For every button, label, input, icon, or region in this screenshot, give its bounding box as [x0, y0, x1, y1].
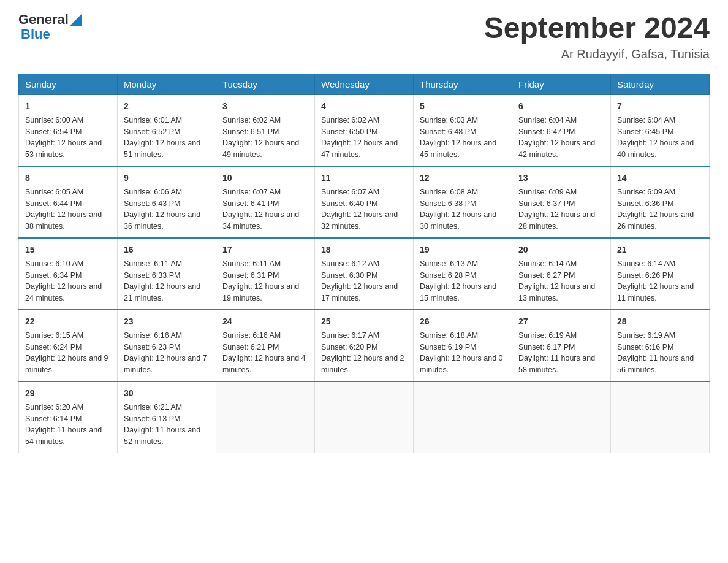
sunrise-info: Sunrise: 6:20 AM: [25, 403, 83, 412]
sunset-info: Sunset: 6:27 PM: [518, 271, 575, 280]
sunset-info: Sunset: 6:21 PM: [222, 343, 279, 351]
table-row: 24 Sunrise: 6:16 AM Sunset: 6:21 PM Dayl…: [216, 310, 315, 381]
sunset-info: Sunset: 6:14 PM: [25, 415, 82, 423]
sunset-info: Sunset: 6:36 PM: [617, 199, 673, 208]
daylight-info: Daylight: 12 hours and 0 minutes.: [420, 354, 503, 374]
month-title: September 2024: [484, 12, 710, 45]
table-row: 6 Sunrise: 6:04 AM Sunset: 6:47 PM Dayli…: [512, 94, 611, 166]
day-number: 25: [321, 315, 407, 328]
day-number: 19: [420, 243, 506, 256]
daylight-info: Daylight: 12 hours and 42 minutes.: [518, 139, 595, 159]
sunset-info: Sunset: 6:47 PM: [518, 128, 575, 136]
sunrise-info: Sunrise: 6:01 AM: [124, 116, 182, 124]
day-number: 9: [124, 172, 210, 185]
daylight-info: Daylight: 12 hours and 17 minutes.: [321, 282, 398, 302]
daylight-info: Daylight: 12 hours and 45 minutes.: [420, 139, 496, 159]
day-number: 1: [25, 100, 111, 113]
sunset-info: Sunset: 6:16 PM: [617, 343, 673, 351]
sunrise-info: Sunrise: 6:06 AM: [124, 188, 182, 196]
calendar-week-row: 22 Sunrise: 6:15 AM Sunset: 6:24 PM Dayl…: [19, 310, 710, 381]
day-number: 17: [222, 243, 308, 256]
day-number: 2: [124, 100, 210, 113]
sunrise-info: Sunrise: 6:21 AM: [124, 403, 182, 412]
table-row: 25 Sunrise: 6:17 AM Sunset: 6:20 PM Dayl…: [315, 310, 414, 381]
table-row: 4 Sunrise: 6:02 AM Sunset: 6:50 PM Dayli…: [315, 94, 414, 166]
sunrise-info: Sunrise: 6:09 AM: [617, 188, 675, 196]
table-row: 10 Sunrise: 6:07 AM Sunset: 6:41 PM Dayl…: [216, 166, 315, 238]
daylight-info: Daylight: 12 hours and 32 minutes.: [321, 210, 398, 231]
daylight-info: Daylight: 12 hours and 11 minutes.: [617, 282, 694, 302]
table-row: [611, 381, 710, 453]
logo-arrow-icon: [70, 12, 82, 26]
table-row: 17 Sunrise: 6:11 AM Sunset: 6:31 PM Dayl…: [216, 238, 315, 310]
table-row: 30 Sunrise: 6:21 AM Sunset: 6:13 PM Dayl…: [118, 381, 216, 453]
title-area: September 2024 Ar Rudayyif, Gafsa, Tunis…: [484, 12, 710, 61]
table-row: 8 Sunrise: 6:05 AM Sunset: 6:44 PM Dayli…: [19, 166, 118, 238]
day-number: 27: [518, 315, 604, 328]
col-saturday: Saturday: [611, 74, 710, 94]
sunset-info: Sunset: 6:51 PM: [222, 128, 279, 136]
sunset-info: Sunset: 6:40 PM: [321, 199, 377, 208]
daylight-info: Daylight: 11 hours and 56 minutes.: [617, 354, 694, 374]
col-tuesday: Tuesday: [216, 74, 315, 94]
daylight-info: Daylight: 12 hours and 47 minutes.: [321, 139, 398, 159]
daylight-info: Daylight: 12 hours and 49 minutes.: [222, 139, 299, 159]
table-row: [216, 381, 315, 453]
sunset-info: Sunset: 6:44 PM: [25, 199, 82, 208]
daylight-info: Daylight: 12 hours and 34 minutes.: [222, 210, 299, 231]
sunrise-info: Sunrise: 6:07 AM: [222, 188, 281, 196]
page-header: General Blue September 2024 Ar Rudayyif,…: [18, 12, 710, 61]
daylight-info: Daylight: 12 hours and 38 minutes.: [25, 210, 102, 231]
sunset-info: Sunset: 6:48 PM: [420, 128, 476, 136]
daylight-info: Daylight: 12 hours and 4 minutes.: [222, 354, 306, 374]
sunset-info: Sunset: 6:45 PM: [617, 128, 673, 136]
sunrise-info: Sunrise: 6:07 AM: [321, 188, 379, 196]
day-number: 6: [518, 100, 604, 113]
sunset-info: Sunset: 6:17 PM: [518, 343, 575, 351]
day-number: 13: [518, 172, 604, 185]
daylight-info: Daylight: 12 hours and 40 minutes.: [617, 139, 694, 159]
sunrise-info: Sunrise: 6:18 AM: [420, 331, 478, 340]
table-row: 5 Sunrise: 6:03 AM Sunset: 6:48 PM Dayli…: [414, 94, 512, 166]
table-row: 1 Sunrise: 6:00 AM Sunset: 6:54 PM Dayli…: [19, 94, 118, 166]
sunset-info: Sunset: 6:26 PM: [617, 271, 673, 280]
calendar-week-row: 15 Sunrise: 6:10 AM Sunset: 6:34 PM Dayl…: [19, 238, 710, 310]
day-number: 10: [222, 172, 308, 185]
daylight-info: Daylight: 12 hours and 13 minutes.: [518, 282, 595, 302]
table-row: 27 Sunrise: 6:19 AM Sunset: 6:17 PM Dayl…: [512, 310, 611, 381]
table-row: 7 Sunrise: 6:04 AM Sunset: 6:45 PM Dayli…: [611, 94, 710, 166]
table-row: 21 Sunrise: 6:14 AM Sunset: 6:26 PM Dayl…: [611, 238, 710, 310]
sunrise-info: Sunrise: 6:14 AM: [518, 259, 577, 268]
sunset-info: Sunset: 6:33 PM: [124, 271, 180, 280]
sunrise-info: Sunrise: 6:00 AM: [25, 116, 83, 124]
sunset-info: Sunset: 6:13 PM: [124, 415, 180, 423]
sunrise-info: Sunrise: 6:05 AM: [25, 188, 83, 196]
table-row: 18 Sunrise: 6:12 AM Sunset: 6:30 PM Dayl…: [315, 238, 414, 310]
daylight-info: Daylight: 12 hours and 21 minutes.: [124, 282, 200, 302]
calendar-table: Sunday Monday Tuesday Wednesday Thursday…: [18, 74, 710, 453]
col-sunday: Sunday: [19, 74, 118, 94]
table-row: 14 Sunrise: 6:09 AM Sunset: 6:36 PM Dayl…: [611, 166, 710, 238]
table-row: 16 Sunrise: 6:11 AM Sunset: 6:33 PM Dayl…: [118, 238, 216, 310]
table-row: 13 Sunrise: 6:09 AM Sunset: 6:37 PM Dayl…: [512, 166, 611, 238]
table-row: 9 Sunrise: 6:06 AM Sunset: 6:43 PM Dayli…: [118, 166, 216, 238]
sunrise-info: Sunrise: 6:11 AM: [124, 259, 182, 268]
table-row: [315, 381, 414, 453]
table-row: 12 Sunrise: 6:08 AM Sunset: 6:38 PM Dayl…: [414, 166, 512, 238]
logo-general-text: General: [18, 12, 69, 27]
day-number: 29: [25, 387, 111, 400]
sunrise-info: Sunrise: 6:02 AM: [222, 116, 281, 124]
sunset-info: Sunset: 6:54 PM: [25, 128, 82, 136]
table-row: 26 Sunrise: 6:18 AM Sunset: 6:19 PM Dayl…: [414, 310, 512, 381]
sunset-info: Sunset: 6:43 PM: [124, 199, 180, 208]
table-row: 20 Sunrise: 6:14 AM Sunset: 6:27 PM Dayl…: [512, 238, 611, 310]
calendar-header-row: Sunday Monday Tuesday Wednesday Thursday…: [19, 74, 710, 94]
sunset-info: Sunset: 6:50 PM: [321, 128, 377, 136]
table-row: 19 Sunrise: 6:13 AM Sunset: 6:28 PM Dayl…: [414, 238, 512, 310]
col-friday: Friday: [512, 74, 611, 94]
svg-marker-0: [70, 13, 82, 26]
daylight-info: Daylight: 11 hours and 54 minutes.: [25, 426, 102, 446]
daylight-info: Daylight: 12 hours and 36 minutes.: [124, 210, 200, 231]
table-row: 15 Sunrise: 6:10 AM Sunset: 6:34 PM Dayl…: [19, 238, 118, 310]
day-number: 26: [420, 315, 506, 328]
